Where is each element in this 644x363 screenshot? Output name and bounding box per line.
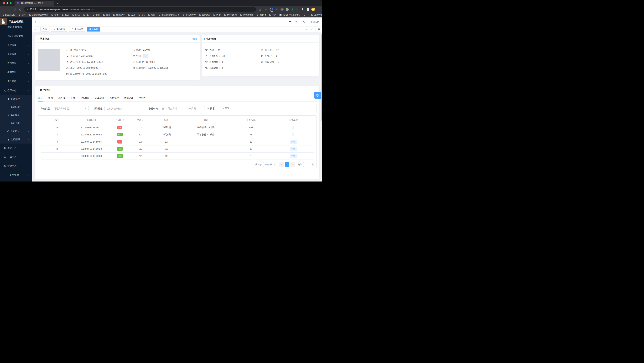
bookmarks-root-folder[interactable]: ★Bookmarks [2, 14, 15, 16]
tabs-menu-grid-icon[interactable] [316, 27, 322, 32]
home-button[interactable] [18, 7, 22, 12]
search-button[interactable]: 搜索 [204, 106, 217, 111]
bookmark-folder[interactable]: 生活 [269, 14, 276, 17]
sidebar-menu-item[interactable]: 公众号管理 [0, 171, 32, 180]
bookmark-folder[interactable]: Linux [72, 14, 80, 16]
tabs-scroll-right-icon[interactable]: » [302, 27, 309, 32]
reading-list-icon[interactable] [306, 8, 310, 11]
sidebar-menu-item[interactable]: 会员标签 [0, 103, 32, 111]
page-size-select[interactable]: 10条/页 [263, 162, 277, 167]
extension-drop-icon[interactable] [275, 8, 278, 11]
bookmark-folder[interactable]: 搜索 [51, 14, 58, 17]
bookmark-folder[interactable]: 近期需要读的文章 [29, 14, 48, 17]
sidebar-menu-item[interactable]: 会员中心 [0, 86, 32, 95]
sidebar-menu-item[interactable]: 会员管理 [0, 95, 32, 103]
tab-close-icon[interactable]: × [50, 2, 52, 5]
scrollbar-thumb[interactable] [321, 34, 322, 121]
fullscreen-icon[interactable] [282, 21, 286, 24]
reset-button[interactable]: 重置 [219, 106, 232, 111]
share-icon[interactable] [258, 7, 262, 12]
detail-tab[interactable]: 签到 [48, 94, 53, 102]
sidebar-menu-item[interactable]: 订单中心 [0, 153, 32, 162]
date-range-picker[interactable]: 开始日期 – 结束日期 [160, 106, 200, 111]
reload-button[interactable] [12, 7, 17, 12]
bookmark-folder[interactable]: 文件服务器 [224, 14, 237, 17]
profile-avatar[interactable] [311, 8, 315, 11]
app-logo-row[interactable]: 芋道管理系统 [0, 18, 32, 26]
bookmark-folder[interactable]: 设计 [128, 14, 135, 17]
sidebar-menu-item[interactable]: 支付管理 [0, 59, 32, 68]
detail-tab[interactable]: 余额 [70, 94, 75, 102]
extensions-puzzle-icon[interactable] [301, 8, 304, 11]
points-title-input[interactable] [106, 107, 142, 110]
current-user[interactable]: 芋道源码 [310, 21, 320, 24]
window-controls[interactable] [3, 2, 12, 4]
bookmark-folder[interactable]: 游戏 [103, 14, 110, 17]
other-bookmarks-folder[interactable]: 其他书签 [311, 14, 322, 17]
goto-page-input[interactable] [303, 162, 310, 167]
sidebar-menu-item[interactable]: 系统管理 [0, 41, 32, 50]
language-icon[interactable]: 文A [295, 21, 298, 24]
refresh-page-icon[interactable] [309, 27, 316, 32]
browser-tab[interactable]: 芋道管理系统 - 会员详情 × [15, 1, 54, 6]
sidebar-menu-item[interactable]: 商品中心 [0, 144, 32, 153]
bookmark-link[interactable]: BJava开发 | 小组首… [279, 14, 301, 17]
extension-chevrons-icon[interactable] [296, 8, 299, 11]
sidebar-menu-item[interactable]: 会员等级 [0, 111, 32, 119]
browser-menu-icon[interactable]: ⋮ [317, 8, 320, 11]
close-window-button[interactable] [3, 2, 5, 4]
detail-tab[interactable]: 收货地址 [80, 94, 90, 102]
bookmark-folder[interactable]: 其他语言 [199, 14, 210, 17]
page-tab[interactable]: 会员标签 [69, 27, 85, 32]
new-tab-button[interactable]: + [55, 1, 60, 6]
bookmark-folder[interactable]: 项目 [148, 14, 155, 17]
bookmark-folder[interactable]: 网站/博客/文章/工具 [158, 14, 179, 17]
sidebar-menu-item[interactable]: 工作流程 [0, 77, 32, 86]
extension-star-icon[interactable] [291, 8, 294, 11]
bell-icon[interactable] [302, 21, 305, 24]
bookmark-folder[interactable]: 运营 [18, 14, 26, 17]
bookmark-folder[interactable]: 软件/硬件 [113, 14, 125, 17]
biz-type-select[interactable]: 请选择业务类型 [52, 106, 89, 111]
detail-tab[interactable]: 积分 [38, 94, 43, 102]
page-tab[interactable]: 会员管理 [51, 27, 67, 32]
minimize-window-button[interactable] [6, 2, 8, 4]
theme-settings-button[interactable] [314, 92, 321, 99]
bookmark-folder[interactable]: PHP [213, 14, 220, 16]
edit-button[interactable]: 编辑 [192, 38, 197, 41]
bookmark-folder[interactable]: IDE [138, 14, 145, 16]
bookmark-folder[interactable]: 博客未整理 [240, 14, 253, 17]
sidebar-menu-item[interactable]: 报表管理 [0, 68, 32, 77]
bookmark-folder[interactable]: DB [83, 14, 89, 16]
sidebar-menu-item[interactable]: 会员分组 [0, 119, 32, 127]
bookmarks-overflow-icon[interactable]: » [304, 14, 305, 16]
detail-tab[interactable]: 售后管理 [110, 94, 119, 102]
back-button[interactable]: ← [1, 7, 6, 12]
bookmark-folder[interactable]: 前端 [92, 14, 100, 17]
bookmark-star-icon[interactable]: ☆ [264, 7, 268, 12]
page-tab[interactable]: 会员详情 [87, 27, 100, 32]
bookmark-folder[interactable]: Java [62, 14, 69, 16]
sidebar-menu-item[interactable]: Cloud 开发文档 [0, 32, 32, 41]
collapse-sidebar-icon[interactable] [34, 20, 38, 24]
bookmark-folder[interactable]: 资讯未整理 [182, 14, 196, 17]
next-page-button[interactable]: › [290, 162, 295, 167]
sidebar-menu-item[interactable]: 会员签到 [0, 135, 32, 144]
extension-command-icon[interactable] [280, 8, 284, 11]
detail-tab[interactable]: 订单管理 [95, 94, 104, 102]
sidebar-menu-item[interactable]: 基础设施 [0, 50, 32, 59]
address-bar[interactable]: 不安全 dashboard-vue3.yudao.iocoder.cn/memb… [24, 7, 256, 12]
detail-tab[interactable]: 成长值 [58, 94, 65, 102]
tabs-scroll-left-icon[interactable]: « [32, 27, 38, 32]
sidebar-menu-item[interactable]: 营销中心 [0, 162, 32, 171]
detail-tab[interactable]: 收藏记录 [124, 94, 133, 102]
sidebar-menu-item[interactable]: 会员积分 [0, 127, 32, 135]
font-size-icon[interactable]: Tt [290, 21, 291, 24]
forward-button[interactable]: → [7, 7, 12, 12]
extension-grid-kite-icon[interactable]: 12 [270, 8, 274, 11]
prev-page-button[interactable]: ‹ [279, 162, 284, 167]
detail-tab[interactable]: 优惠券 [139, 94, 146, 102]
bookmark-folder[interactable]: 2014-4 [256, 14, 266, 16]
extension-recorder-icon[interactable] [286, 8, 289, 11]
page-tab[interactable]: 首页 [40, 27, 50, 32]
